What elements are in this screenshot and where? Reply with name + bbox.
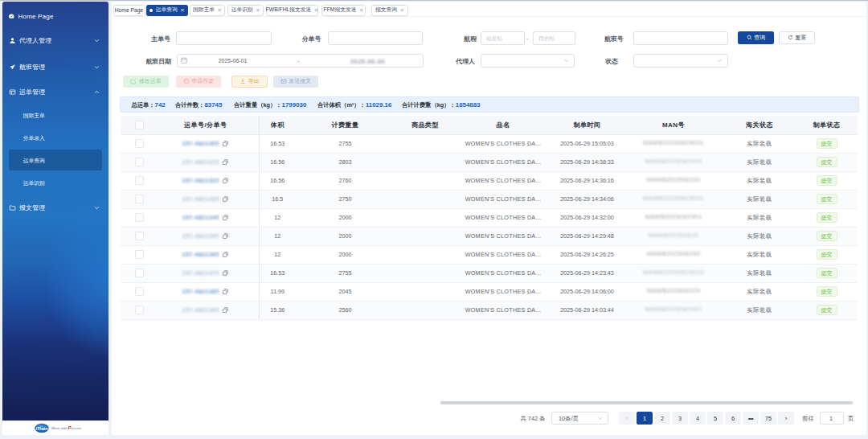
svg-text:Move with Passion: Move with Passion: [51, 425, 82, 430]
svg-text:iTrain: iTrain: [35, 426, 48, 431]
